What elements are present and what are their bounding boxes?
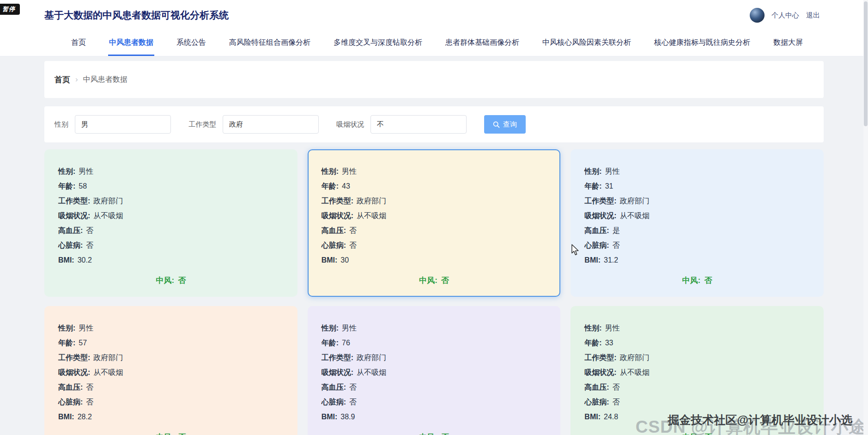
filter-gender: 性别 xyxy=(55,115,171,134)
search-icon xyxy=(493,121,500,128)
field-smoking: 吸烟状况:从不吸烟 xyxy=(58,208,284,223)
recorder-pause-badge: 暂停 xyxy=(0,4,20,15)
field-smoking: 吸烟状况:从不吸烟 xyxy=(322,208,547,223)
tab-system-announcements[interactable]: 系统公告 xyxy=(176,31,207,56)
bmi-value: 24.8 xyxy=(604,413,618,421)
smoking-value: 从不吸烟 xyxy=(620,368,649,376)
gender-value: 男性 xyxy=(342,324,357,332)
heart-disease-value: 否 xyxy=(349,398,357,406)
field-hypertension: 高血压:否 xyxy=(322,223,547,238)
tab-health-indicator-history[interactable]: 核心健康指标与既往病史分析 xyxy=(653,31,751,56)
hypertension-label: 高血压: xyxy=(322,227,346,234)
gender-filter-label: 性别 xyxy=(55,120,68,129)
work-type-input[interactable] xyxy=(223,115,319,134)
bmi-label: BMI: xyxy=(58,413,74,421)
tab-core-risk-factor[interactable]: 中风核心风险因素关联分析 xyxy=(541,31,632,56)
field-gender: 性别:男性 xyxy=(584,321,810,336)
patient-card[interactable]: 性别:男性 年龄:58 工作类型:政府部门 吸烟状况:从不吸烟 高血压:否 心脏… xyxy=(44,149,297,297)
profile-link[interactable]: 个人中心 xyxy=(771,11,799,20)
work-type-value: 政府部门 xyxy=(357,197,386,205)
logout-link[interactable]: 退出 xyxy=(806,11,820,20)
field-gender: 性别:男性 xyxy=(58,164,284,179)
work-type-label: 工作类型: xyxy=(322,354,353,361)
patient-card[interactable]: 性别:男性 年龄:31 工作类型:政府部门 吸烟状况:从不吸烟 高血压:是 心脏… xyxy=(571,149,824,297)
patient-card[interactable]: 性别:男性 年龄:57 工作类型:政府部门 吸烟状况:从不吸烟 高血压:否 心脏… xyxy=(44,306,297,435)
tab-data-screen[interactable]: 数据大屏 xyxy=(772,31,804,56)
field-work-type: 工作类型:政府部门 xyxy=(58,350,284,365)
search-button[interactable]: 查询 xyxy=(484,115,526,134)
hypertension-label: 高血压: xyxy=(584,227,609,234)
gender-label: 性别: xyxy=(58,167,75,175)
scrollbar-thumb[interactable] xyxy=(864,1,868,126)
age-value: 33 xyxy=(605,339,613,347)
stroke-label: 中风: xyxy=(156,276,174,285)
stroke-label: 中风: xyxy=(682,276,701,285)
work-type-value: 政府部门 xyxy=(620,354,649,361)
tab-patient-group-profile[interactable]: 患者群体基础画像分析 xyxy=(444,31,520,56)
gender-label: 性别: xyxy=(58,324,75,332)
field-smoking: 吸烟状况:从不吸烟 xyxy=(322,365,547,380)
age-label: 年龄: xyxy=(58,182,75,190)
field-age: 年龄:43 xyxy=(322,179,547,194)
smoking-filter-label: 吸烟状况 xyxy=(336,120,364,129)
field-heart-disease: 心脏病:否 xyxy=(322,395,547,410)
stroke-label: 中风: xyxy=(419,276,437,285)
bmi-value: 30.2 xyxy=(78,256,92,264)
heart-disease-label: 心脏病: xyxy=(322,398,346,406)
work-type-label: 工作类型: xyxy=(58,197,90,205)
smoking-value: 从不吸烟 xyxy=(93,212,123,220)
field-hypertension: 高血压:否 xyxy=(58,380,284,395)
gender-label: 性别: xyxy=(584,167,601,175)
stroke-label: 中风: xyxy=(156,433,174,435)
work-type-label: 工作类型: xyxy=(322,197,353,205)
smoking-value: 从不吸烟 xyxy=(93,368,123,376)
smoking-label: 吸烟状况: xyxy=(322,368,353,376)
field-age: 年龄:31 xyxy=(584,179,810,194)
bmi-label: BMI: xyxy=(584,256,601,264)
tab-home[interactable]: 首页 xyxy=(70,31,87,56)
breadcrumb-home[interactable]: 首页 xyxy=(55,74,70,85)
field-heart-disease: 心脏病:否 xyxy=(322,238,547,253)
smoking-label: 吸烟状况: xyxy=(58,368,90,376)
field-work-type: 工作类型:政府部门 xyxy=(322,194,547,208)
user-area: 个人中心 退出 xyxy=(750,8,820,23)
stroke-value: 否 xyxy=(441,433,449,435)
heart-disease-label: 心脏病: xyxy=(584,241,609,249)
field-age: 年龄:57 xyxy=(58,336,284,350)
stroke-value: 否 xyxy=(178,276,186,285)
gender-label: 性别: xyxy=(584,324,601,332)
heart-disease-label: 心脏病: xyxy=(58,241,83,249)
main-content: 首页 › 中风患者数据 性别 工作类型 吸烟状况 查询 性别:男性 年龄:58 xyxy=(0,61,868,435)
heart-disease-value: 否 xyxy=(613,398,620,406)
search-button-label: 查询 xyxy=(503,120,517,129)
heart-disease-label: 心脏病: xyxy=(322,241,346,249)
page-scrollbar[interactable] xyxy=(863,0,868,435)
tab-stroke-patient-data[interactable]: 中风患者数据 xyxy=(108,31,154,56)
gender-input[interactable] xyxy=(75,115,171,134)
field-gender: 性别:男性 xyxy=(584,164,810,179)
patient-card[interactable]: 性别:男性 年龄:43 工作类型:政府部门 吸烟状况:从不吸烟 高血压:否 心脏… xyxy=(308,149,561,297)
smoking-label: 吸烟状况: xyxy=(584,212,616,220)
patient-card[interactable]: 性别:男性 年龄:76 工作类型:政府部门 吸烟状况:从不吸烟 高血压:否 心脏… xyxy=(308,306,561,435)
field-smoking: 吸烟状况:从不吸烟 xyxy=(584,365,810,380)
tab-multidim-drilldown[interactable]: 多维度交叉与深度钻取分析 xyxy=(333,31,423,56)
field-bmi: BMI:31.2 xyxy=(584,253,810,268)
age-value: 31 xyxy=(605,182,613,190)
work-type-value: 政府部门 xyxy=(357,354,386,361)
breadcrumb: 首页 › 中风患者数据 xyxy=(44,61,824,98)
hypertension-value: 否 xyxy=(86,383,93,391)
avatar[interactable] xyxy=(750,8,765,23)
gender-value: 男性 xyxy=(342,167,357,175)
heart-disease-value: 否 xyxy=(86,398,93,406)
work-type-label: 工作类型: xyxy=(584,354,616,361)
smoking-input[interactable] xyxy=(370,115,467,134)
age-label: 年龄: xyxy=(584,339,601,347)
field-heart-disease: 心脏病:否 xyxy=(58,238,284,253)
field-bmi: BMI:28.2 xyxy=(58,410,284,424)
age-value: 57 xyxy=(79,339,87,347)
field-heart-disease: 心脏病:否 xyxy=(58,395,284,410)
smoking-label: 吸烟状况: xyxy=(584,368,616,376)
smoking-label: 吸烟状况: xyxy=(58,212,90,220)
bmi-value: 38.9 xyxy=(340,413,355,421)
tab-high-risk-feature-profile[interactable]: 高风险特征组合画像分析 xyxy=(228,31,311,56)
